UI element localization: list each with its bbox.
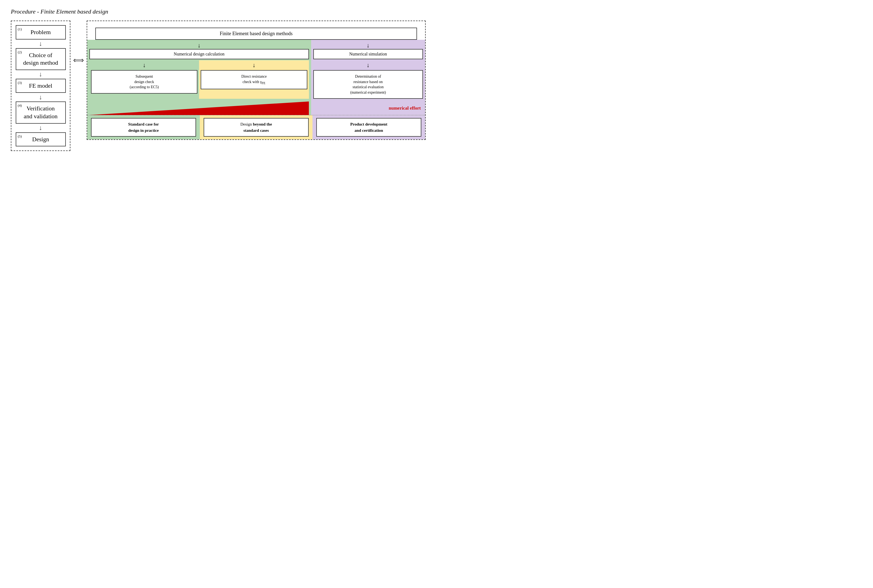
bottom-yellow-box: Design beyond thestandard cases bbox=[204, 118, 309, 136]
arrow-green: ↓ bbox=[91, 60, 197, 70]
arrow-1: ↓ bbox=[39, 39, 42, 48]
effort-svg bbox=[89, 102, 309, 115]
green-yellow-sub: ↓ Subsequentdesign check(according to EC… bbox=[89, 60, 309, 99]
bottom-purple-box: Product developmentand certification bbox=[316, 118, 421, 136]
connector-arrow: ⟺ bbox=[71, 56, 87, 64]
method-green-box: Subsequentdesign check(according to EC5) bbox=[91, 70, 197, 94]
bottom-purple-label: Product developmentand certification bbox=[350, 122, 388, 133]
page-title: Procedure - Finite Element based design bbox=[11, 8, 426, 15]
left-column: (1) Problem ↓ (2) Choice ofdesign method… bbox=[11, 21, 71, 151]
gy-arrow-row: ↓ bbox=[89, 42, 309, 49]
double-arrow-icon: ⟺ bbox=[73, 56, 84, 64]
step-2-number: (2) bbox=[18, 50, 22, 54]
step-4-label: Verificationand validation bbox=[18, 105, 63, 120]
step-5-number: (5) bbox=[18, 134, 22, 138]
step-1-box: (1) Problem bbox=[16, 25, 66, 39]
bottom-green-box: Standard case fordesign in practice bbox=[91, 118, 196, 136]
arrow-num-design: ↓ bbox=[89, 42, 309, 49]
green-yellow-area: ↓ Numerical design calculation ↓ bbox=[87, 40, 311, 115]
fe-header-box: Finite Element based design methods bbox=[95, 28, 417, 40]
step-2-label: Choice ofdesign method bbox=[18, 51, 63, 67]
step-2-box: (2) Choice ofdesign method bbox=[16, 48, 66, 70]
numerical-sim-label: Numerical simulation bbox=[349, 52, 387, 56]
page-container: Procedure - Finite Element based design … bbox=[11, 8, 426, 151]
numerical-design-box: Numerical design calculation bbox=[89, 49, 309, 59]
method-yellow-box: Direct resistancecheck with γFE bbox=[201, 70, 307, 89]
step-5-box: (5) Design bbox=[16, 132, 66, 147]
bottom-yellow: Design beyond thestandard cases bbox=[200, 115, 313, 140]
bottom-yellow-label: Design beyond thestandard cases bbox=[240, 122, 272, 133]
step-1-number: (1) bbox=[18, 27, 22, 32]
main-layout: (1) Problem ↓ (2) Choice ofdesign method… bbox=[11, 21, 426, 151]
arrow-4: ↓ bbox=[39, 124, 42, 132]
right-column: Finite Element based design methods ↓ Nu… bbox=[87, 21, 426, 140]
bottom-labels-row: Standard case fordesign in practice Desi… bbox=[87, 115, 425, 140]
arrow-2: ↓ bbox=[39, 70, 42, 79]
effort-area bbox=[89, 102, 309, 115]
numerical-design-label: Numerical design calculation bbox=[174, 52, 224, 56]
step-3-label: FE model bbox=[18, 82, 63, 90]
step-4-number: (4) bbox=[18, 104, 22, 108]
right-inner: Finite Element based design methods ↓ Nu… bbox=[87, 21, 425, 140]
bottom-purple: Product developmentand certification bbox=[313, 115, 425, 140]
arrow-3: ↓ bbox=[39, 93, 42, 102]
arrow-purple: ↓ bbox=[313, 42, 423, 49]
step-5-label: Design bbox=[18, 136, 63, 143]
purple-col: ↓ Numerical simulation ↓ Determination o… bbox=[311, 40, 425, 115]
arrow-purple-2: ↓ bbox=[313, 60, 423, 70]
step-1-label: Problem bbox=[18, 28, 63, 36]
yellow-col: ↓ Direct resistancecheck with γFE bbox=[199, 60, 309, 99]
effort-label: numerical effort bbox=[389, 105, 421, 111]
columns-area: ↓ Numerical design calculation ↓ bbox=[87, 40, 425, 115]
effort-label-area: numerical effort bbox=[313, 102, 423, 115]
step-4-box: (4) Verificationand validation bbox=[16, 102, 66, 123]
green-col: ↓ Subsequentdesign check(according to EC… bbox=[89, 60, 199, 99]
arrow-yellow: ↓ bbox=[201, 60, 307, 70]
fe-header-row: Finite Element based design methods bbox=[91, 24, 421, 40]
method-purple-box: Determination ofresistance based onstati… bbox=[313, 70, 423, 99]
fe-header-text: Finite Element based design methods bbox=[220, 31, 293, 36]
svg-marker-0 bbox=[89, 102, 309, 115]
step-3-box: (3) FE model bbox=[16, 79, 66, 93]
numerical-sim-box: Numerical simulation bbox=[313, 49, 423, 59]
bottom-green-label: Standard case fordesign in practice bbox=[128, 122, 159, 133]
bottom-green: Standard case fordesign in practice bbox=[87, 115, 200, 140]
step-3-number: (3) bbox=[18, 81, 22, 85]
